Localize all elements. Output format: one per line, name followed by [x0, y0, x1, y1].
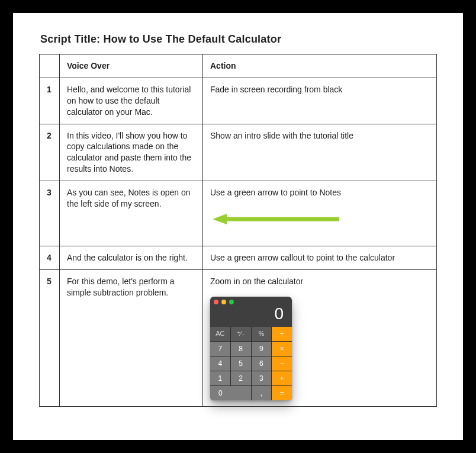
key-multiply: × [272, 342, 292, 356]
key-plus: + [272, 371, 292, 385]
action-cell: Show an intro slide with the tutorial ti… [203, 124, 437, 181]
key-9: 9 [252, 342, 272, 356]
key-negate: ⁺∕₋ [231, 327, 251, 341]
key-7: 7 [210, 342, 230, 356]
voice-over-cell: And the calculator is on the right. [60, 246, 203, 270]
row-number: 4 [40, 246, 60, 270]
green-arrow-icon [210, 213, 429, 226]
header-num [40, 54, 60, 78]
key-minus: − [272, 356, 292, 371]
row-number: 1 [40, 78, 60, 124]
key-ac: AC [210, 327, 230, 341]
key-8: 8 [231, 342, 251, 356]
table-row: 2 In this video, I'll show you how to co… [40, 124, 437, 181]
key-equals: = [272, 386, 292, 400]
voice-over-cell: For this demo, let's perform a simple su… [60, 270, 203, 407]
key-6: 6 [252, 356, 272, 371]
calculator-display: 0 [214, 304, 288, 326]
close-icon [214, 300, 218, 304]
action-cell: Zoom in on the calculator 0 AC [203, 270, 437, 407]
script-title: Script Title: How to Use The Default Cal… [40, 33, 437, 46]
table-row: 3 As you can see, Notes is open on the l… [40, 181, 437, 246]
action-cell: Use a green arrow callout to point to th… [203, 246, 437, 270]
zoom-icon [229, 300, 234, 304]
key-percent: % [252, 327, 272, 341]
key-3: 3 [252, 371, 272, 385]
key-4: 4 [210, 356, 230, 371]
row-number: 2 [40, 124, 60, 181]
key-2: 2 [231, 371, 251, 385]
key-1: 1 [210, 371, 230, 385]
svg-marker-1 [213, 214, 227, 224]
key-0: 0 [210, 386, 251, 400]
header-voice: Voice Over [60, 54, 203, 78]
window-controls [214, 300, 288, 304]
calculator-keys: AC ⁺∕₋ % ÷ 7 8 9 × 4 5 6 − 1 [210, 327, 292, 400]
action-cell: Use a green arrow to point to Notes [203, 181, 437, 246]
action-text: Use a green arrow to point to Notes [210, 188, 341, 197]
script-table: Voice Over Action 1 Hello, and welcome t… [39, 54, 437, 407]
table-row: 4 And the calculator is on the right. Us… [40, 246, 437, 270]
action-cell: Fade in screen recording from black [203, 78, 437, 124]
header-action: Action [203, 54, 437, 78]
minimize-icon [221, 300, 226, 304]
document-page: Script Title: How to Use The Default Cal… [13, 13, 463, 440]
table-row: 1 Hello, and welcome to this tutorial on… [40, 78, 437, 124]
action-text: Zoom in on the calculator [210, 277, 303, 286]
row-number: 5 [40, 270, 60, 407]
calculator-screenshot: 0 AC ⁺∕₋ % ÷ 7 8 9 × 4 5 [210, 297, 292, 400]
voice-over-cell: Hello, and welcome to this tutorial on h… [60, 78, 203, 124]
row-number: 3 [40, 181, 60, 246]
key-divide: ÷ [272, 327, 292, 341]
voice-over-cell: In this video, I'll show you how to copy… [60, 124, 203, 181]
key-comma: , [252, 386, 272, 400]
table-row: 5 For this demo, let's perform a simple … [40, 270, 437, 407]
key-5: 5 [231, 356, 251, 371]
voice-over-cell: As you can see, Notes is open on the lef… [60, 181, 203, 246]
